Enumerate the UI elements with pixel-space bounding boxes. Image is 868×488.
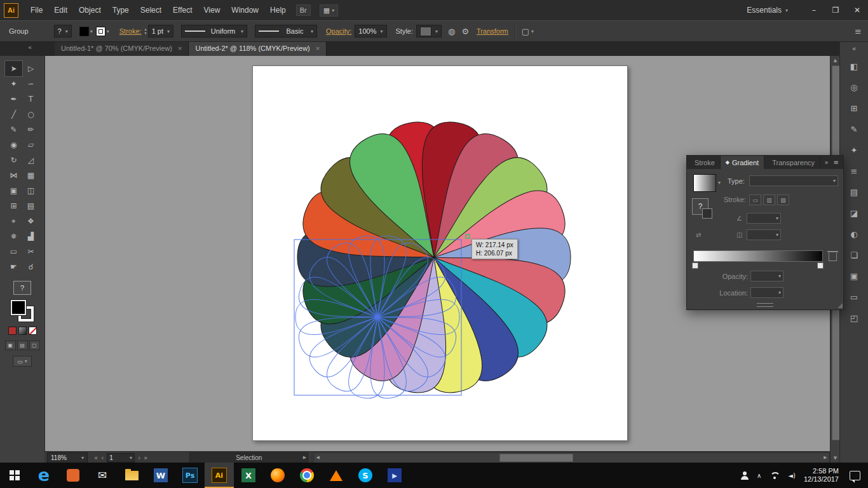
graphic-style-combo[interactable]: ▾ <box>416 25 442 37</box>
artboard-number-combo[interactable]: 1 ▾ <box>107 453 135 463</box>
rotate-tool[interactable]: ↻ <box>5 152 22 168</box>
pencil-tool[interactable]: ✏ <box>22 122 39 137</box>
zoom-tool[interactable]: ☌ <box>22 259 39 274</box>
opacity-link[interactable]: Opacity: <box>326 27 351 35</box>
last-artboard-icon[interactable]: » <box>144 454 147 461</box>
menu-item[interactable]: File <box>25 0 48 20</box>
start-button[interactable] <box>0 463 29 488</box>
shape-builder-tool[interactable]: ▣ <box>5 183 22 198</box>
symbols-panel-icon[interactable]: ✦ <box>844 141 864 159</box>
status-flyout-icon[interactable]: ▶ <box>303 455 306 460</box>
vlc-icon[interactable] <box>322 463 351 488</box>
file-explorer-icon[interactable] <box>117 463 146 488</box>
speaker-icon[interactable]: ◄) <box>788 472 796 479</box>
gradient-opacity-combo[interactable]: ▾ <box>750 271 783 281</box>
menu-item[interactable]: Effect <box>167 0 198 20</box>
wifi-icon[interactable] <box>770 472 780 479</box>
scroll-down-icon[interactable]: ▼ <box>831 454 840 463</box>
color-panel-icon[interactable]: ◧ <box>844 57 864 75</box>
panel-menu-icon[interactable]: ≡ <box>834 159 839 166</box>
hand-tool[interactable]: ☛ <box>5 259 22 274</box>
gradient-type-combo[interactable]: ▾ <box>749 175 838 186</box>
transform-link[interactable]: Transform <box>477 27 508 35</box>
menu-item[interactable]: Select <box>135 0 167 20</box>
delete-stop-icon[interactable] <box>829 253 837 261</box>
gradient-within-stroke-icon[interactable]: ▭ <box>749 194 761 205</box>
column-graph-tool[interactable]: ▟ <box>22 229 39 244</box>
document-tab[interactable]: Untitled-2* @ 118% (CMYK/Preview) × <box>189 41 327 56</box>
stepper-down-icon[interactable]: ▾ <box>145 31 147 35</box>
graphic-styles-panel-icon[interactable]: ❏ <box>844 246 864 264</box>
appearance-panel-icon[interactable]: ◐ <box>844 225 864 243</box>
menu-item[interactable]: Type <box>107 0 135 20</box>
collapse-tools-icon[interactable]: « <box>28 44 32 51</box>
document-tab[interactable]: Untitled-1* @ 70% (CMYK/Preview) × <box>55 41 189 56</box>
gradient-fill-swatch[interactable] <box>693 174 716 192</box>
gradient-button[interactable] <box>18 327 27 335</box>
arrange-documents-icon[interactable]: ▦ ▾ <box>320 4 338 17</box>
gradient-along-stroke-icon[interactable]: ▥ <box>763 194 775 205</box>
close-tab-icon[interactable]: × <box>316 44 320 52</box>
scale-tool[interactable]: ◿ <box>22 152 39 168</box>
gradient-annotator-icon[interactable]: ⇄ <box>696 231 701 238</box>
artboards-panel-icon[interactable]: ▭ <box>844 288 864 306</box>
free-transform-tool[interactable]: ▦ <box>22 168 39 183</box>
action-center-icon[interactable] <box>850 471 860 480</box>
gradient-across-stroke-icon[interactable]: ▧ <box>777 194 789 205</box>
stroke-weight-link[interactable]: Stroke: <box>119 27 142 35</box>
blend-tool[interactable]: ❖ <box>22 214 39 229</box>
scroll-up-icon[interactable]: ▲ <box>831 56 840 65</box>
menu-item[interactable]: Window <box>226 0 264 20</box>
gradient-slider[interactable] <box>693 250 823 262</box>
stroke-weight-combo[interactable]: 1 pt ▾ <box>148 25 173 37</box>
people-icon[interactable] <box>741 471 749 480</box>
movies-tv-icon[interactable]: ▶ <box>380 463 409 488</box>
chrome-icon[interactable] <box>292 463 322 488</box>
draw-behind-button[interactable]: ▤ <box>17 341 28 350</box>
restore-button[interactable]: ❐ <box>825 0 846 20</box>
firefox-icon[interactable] <box>263 463 292 488</box>
gradient-tool[interactable]: ▤ <box>22 198 39 214</box>
slice-tool[interactable]: ✂ <box>22 244 39 259</box>
fill-color-swatch[interactable]: ▾ <box>79 27 93 36</box>
brushes-panel-icon[interactable]: ✎ <box>844 120 864 138</box>
asset-export-panel-icon[interactable]: ◰ <box>844 309 864 327</box>
document-setup-icon[interactable]: ⚙ <box>461 27 469 36</box>
panel-tab[interactable]: Transparency <box>764 156 820 169</box>
type-tool[interactable]: T <box>22 92 39 107</box>
direct-selection-tool[interactable]: ▷ <box>22 61 39 76</box>
horizontal-scroll-thumb[interactable] <box>499 454 573 462</box>
none-button[interactable] <box>29 327 37 335</box>
swatches-panel-icon[interactable]: ⊞ <box>844 99 864 117</box>
gradient-stop-start[interactable] <box>692 262 698 269</box>
menu-item[interactable]: View <box>198 0 226 20</box>
scroll-right-icon[interactable]: ▶ <box>822 453 829 463</box>
bridge-icon[interactable]: Br <box>296 4 311 16</box>
panel-resize-grip[interactable] <box>757 303 773 307</box>
stroke-panel-icon[interactable]: ≡ <box>844 162 864 180</box>
opacity-combo[interactable]: 100% ▾ <box>355 25 386 37</box>
panel-tab[interactable]: Stroke <box>687 156 721 169</box>
eraser-tool[interactable]: ▱ <box>22 137 39 152</box>
recolor-artwork-icon[interactable]: ◍ <box>448 27 455 36</box>
line-tool[interactable]: ╱ <box>5 107 22 122</box>
photoshop-icon[interactable]: Ps <box>175 463 205 488</box>
draw-normal-button[interactable]: ▣ <box>5 341 16 350</box>
blob-brush-tool[interactable]: ◉ <box>5 137 22 152</box>
color-button[interactable] <box>8 327 17 335</box>
mesh-tool[interactable]: ⊞ <box>5 198 22 214</box>
menu-item[interactable]: Edit <box>48 0 73 20</box>
lasso-tool[interactable]: ∽ <box>22 76 39 92</box>
layers-panel-icon[interactable]: ▣ <box>844 267 864 285</box>
color-guide-panel-icon[interactable]: ◎ <box>844 78 864 96</box>
next-artboard-icon[interactable]: › <box>138 454 140 461</box>
fill-stroke-proxy[interactable] <box>11 300 34 322</box>
brush-definition-combo[interactable]: Basic ▾ <box>255 25 317 37</box>
stroke-weight-stepper[interactable]: ▴ ▾ <box>145 27 147 35</box>
gradient-angle-combo[interactable]: ▾ <box>747 213 781 224</box>
expand-panels-icon[interactable]: « <box>852 43 856 54</box>
symbol-sprayer-tool[interactable]: ✵ <box>5 229 22 244</box>
stroke-color-swatch[interactable]: ▾ <box>96 27 109 36</box>
fill-proxy-swatch[interactable] <box>11 300 26 315</box>
scroll-left-icon[interactable]: ◀ <box>314 453 322 463</box>
